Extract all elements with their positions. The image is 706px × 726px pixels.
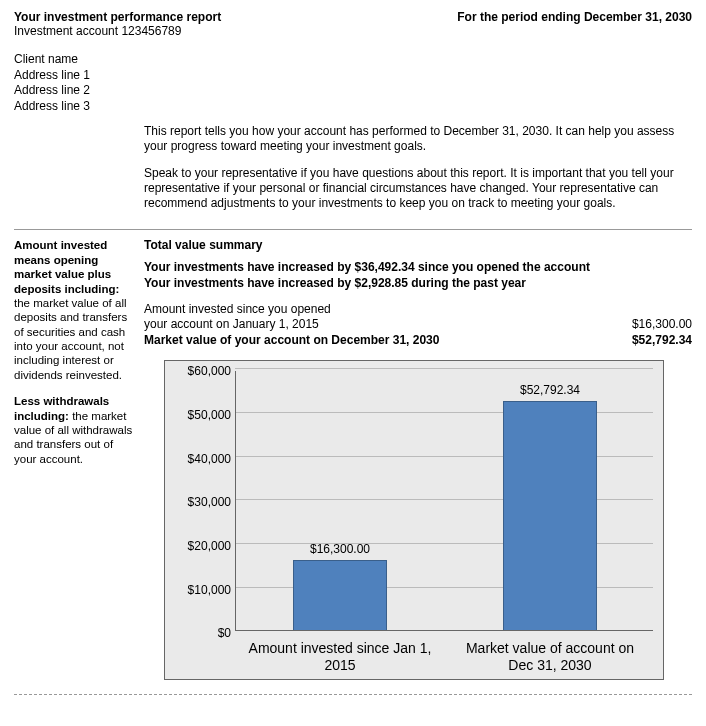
client-name: Client name: [14, 52, 692, 68]
amount-invested-value: $16,300.00: [632, 317, 692, 333]
intro-paragraph-2: Speak to your representative if you have…: [144, 166, 692, 211]
address-line-1: Address line 1: [14, 68, 692, 84]
chart-bar-label: $16,300.00: [280, 542, 400, 556]
def-less-withdrawals: Less withdrawals including: the market v…: [14, 394, 134, 466]
def-amount-invested: Amount invested means opening market val…: [14, 238, 134, 382]
y-tick-label: $0: [175, 626, 231, 640]
address-line-3: Address line 3: [14, 99, 692, 115]
footer-divider: [14, 694, 692, 695]
amount-invested-label-b: your account on January 1, 2015: [144, 317, 331, 333]
increase-since-open: Your investments have increased by $36,4…: [144, 260, 692, 276]
report-period: For the period ending December 31, 2030: [457, 10, 692, 24]
value-summary-chart: $16,300.00$52,792.34 $0$10,000$20,000$30…: [164, 360, 664, 680]
y-tick-label: $30,000: [175, 495, 231, 509]
x-category-label: Market value of account on Dec 31, 2030: [455, 640, 645, 674]
y-tick-label: $60,000: [175, 364, 231, 378]
chart-bar: [503, 401, 598, 632]
def-amount-body: the market value of all deposits and tra…: [14, 297, 127, 381]
x-category-label: Amount invested since Jan 1, 2015: [245, 640, 435, 674]
market-value-label: Market value of your account on December…: [144, 333, 439, 349]
value-summary-table: Amount invested since you opened your ac…: [144, 302, 692, 349]
address-line-2: Address line 2: [14, 83, 692, 99]
chart-gridline: [235, 368, 653, 369]
x-axis: [235, 630, 653, 631]
y-tick-label: $40,000: [175, 452, 231, 466]
y-tick-label: $10,000: [175, 583, 231, 597]
intro-text: This report tells you how your account h…: [144, 124, 692, 211]
def-amount-lead: Amount invested means opening market val…: [14, 239, 119, 294]
intro-paragraph-1: This report tells you how your account h…: [144, 124, 692, 154]
amount-invested-label-a: Amount invested since you opened: [144, 302, 331, 318]
y-axis: [235, 371, 236, 631]
chart-bar-label: $52,792.34: [490, 383, 610, 397]
definitions-sidebar: Amount invested means opening market val…: [14, 238, 144, 680]
market-value-value: $52,792.34: [632, 333, 692, 349]
y-tick-label: $50,000: [175, 408, 231, 422]
client-address-block: Client name Address line 1 Address line …: [14, 52, 692, 114]
summary-title: Total value summary: [144, 238, 692, 252]
account-number: Investment account 123456789: [14, 24, 221, 38]
report-title: Your investment performance report: [14, 10, 221, 24]
increase-past-year: Your investments have increased by $2,92…: [144, 276, 692, 292]
chart-bar: [293, 560, 388, 631]
y-tick-label: $20,000: [175, 539, 231, 553]
